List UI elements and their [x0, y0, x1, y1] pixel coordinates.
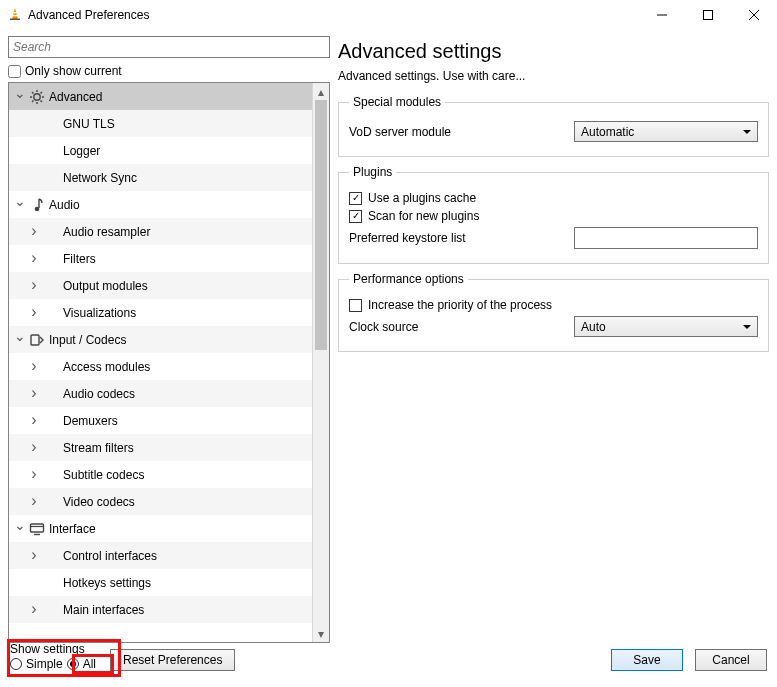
right-pane: Advanced settings Advanced settings. Use…: [338, 36, 769, 643]
preferred-keystore-label: Preferred keystore list: [349, 231, 574, 245]
chevron-down-icon[interactable]: [13, 199, 27, 211]
input-icon: [27, 332, 47, 348]
cancel-button[interactable]: Cancel: [695, 649, 767, 671]
tree-item-label: Demuxers: [63, 414, 118, 428]
clock-source-label: Clock source: [349, 320, 574, 334]
scroll-down-icon[interactable]: ▾: [313, 625, 329, 642]
svg-rect-3: [10, 18, 20, 20]
chevron-down-icon[interactable]: [13, 523, 27, 535]
svg-line-16: [32, 100, 34, 102]
page-title: Advanced settings: [338, 40, 769, 63]
chevron-down-icon[interactable]: [13, 334, 27, 346]
only-show-current-checkbox[interactable]: Only show current: [8, 64, 330, 78]
checkbox-icon: [349, 299, 362, 312]
vertical-scrollbar[interactable]: ▴ ▾: [312, 83, 329, 642]
tree-item-audio-codecs[interactable]: Audio codecs: [9, 380, 312, 407]
reset-preferences-label: Reset Preferences: [123, 653, 222, 667]
svg-rect-19: [31, 524, 44, 532]
vod-server-module-select[interactable]: Automatic: [574, 121, 758, 142]
tree-item-label: Filters: [63, 252, 96, 266]
tree-item-interface[interactable]: Interface: [9, 515, 312, 542]
tree-item-label: Visualizations: [63, 306, 136, 320]
only-show-current-input[interactable]: [8, 65, 21, 78]
tree-item-stream-filters[interactable]: Stream filters: [9, 434, 312, 461]
bottom-bar: Show settings Simple All Reset Preferenc…: [0, 643, 777, 681]
tree-item-advanced[interactable]: Advanced: [9, 83, 312, 110]
performance-options-legend: Performance options: [349, 272, 468, 286]
show-settings-simple-label: Simple: [26, 657, 63, 671]
chevron-right-icon[interactable]: [27, 604, 41, 616]
chevron-right-icon[interactable]: [27, 361, 41, 373]
titlebar: Advanced Preferences: [0, 0, 777, 30]
tree-item-subtitle-codecs[interactable]: Subtitle codecs: [9, 461, 312, 488]
reset-preferences-button[interactable]: Reset Preferences: [110, 649, 235, 671]
scan-new-plugins-label: Scan for new plugins: [368, 209, 479, 223]
checkbox-icon: ✓: [349, 210, 362, 223]
svg-marker-0: [12, 8, 18, 19]
tree-item-filters[interactable]: Filters: [9, 245, 312, 272]
window-controls: [639, 0, 777, 30]
clock-source-select[interactable]: Auto: [574, 316, 758, 337]
scroll-up-icon[interactable]: ▴: [313, 83, 329, 100]
chevron-right-icon[interactable]: [27, 388, 41, 400]
tree-item-label: Output modules: [63, 279, 148, 293]
tree-item-audio[interactable]: Audio: [9, 191, 312, 218]
tree-item-demuxers[interactable]: Demuxers: [9, 407, 312, 434]
use-plugins-cache-label: Use a plugins cache: [368, 191, 476, 205]
window-title: Advanced Preferences: [28, 8, 149, 22]
use-plugins-cache-checkbox[interactable]: ✓ Use a plugins cache: [349, 191, 758, 205]
page-subtitle: Advanced settings. Use with care...: [338, 69, 769, 83]
scan-new-plugins-checkbox[interactable]: ✓ Scan for new plugins: [349, 209, 758, 223]
save-label: Save: [633, 653, 660, 667]
tree-item-label: Hotkeys settings: [63, 576, 151, 590]
tree-item-gnu-tls[interactable]: GNU TLS: [9, 110, 312, 137]
chevron-right-icon[interactable]: [27, 280, 41, 292]
chevron-right-icon[interactable]: [27, 496, 41, 508]
show-settings-label: Show settings: [10, 642, 96, 656]
maximize-button[interactable]: [685, 0, 731, 30]
chevron-right-icon[interactable]: [27, 226, 41, 238]
tree-item-logger[interactable]: Logger: [9, 137, 312, 164]
tree-item-main-interfaces[interactable]: Main interfaces: [9, 596, 312, 623]
chevron-right-icon[interactable]: [27, 550, 41, 562]
tree-item-label: Audio: [49, 198, 80, 212]
tree-item-label: Main interfaces: [63, 603, 144, 617]
tree-item-label: Audio resampler: [63, 225, 150, 239]
chevron-right-icon[interactable]: [27, 253, 41, 265]
chevron-down-icon[interactable]: [13, 91, 27, 103]
svg-point-8: [34, 93, 40, 99]
scroll-thumb[interactable]: [315, 100, 327, 350]
preferred-keystore-input[interactable]: [574, 227, 758, 249]
tree-item-label: Logger: [63, 144, 100, 158]
tree-item-access-modules[interactable]: Access modules: [9, 353, 312, 380]
increase-priority-checkbox[interactable]: Increase the priority of the process: [349, 298, 758, 312]
only-show-current-label: Only show current: [25, 64, 122, 78]
chevron-right-icon[interactable]: [27, 469, 41, 481]
svg-rect-2: [13, 15, 18, 16]
tree-item-video-codecs[interactable]: Video codecs: [9, 488, 312, 515]
tree-item-input-codecs[interactable]: Input / Codecs: [9, 326, 312, 353]
audio-icon: [27, 197, 47, 213]
tree-item-visualizations[interactable]: Visualizations: [9, 299, 312, 326]
interface-icon: [27, 521, 47, 537]
save-button[interactable]: Save: [611, 649, 683, 671]
show-settings-simple-radio[interactable]: [10, 658, 22, 670]
svg-rect-5: [704, 11, 713, 20]
tree-item-label: Access modules: [63, 360, 150, 374]
tree-item-output-modules[interactable]: Output modules: [9, 272, 312, 299]
minimize-button[interactable]: [639, 0, 685, 30]
show-settings-all-radio[interactable]: [67, 658, 79, 670]
chevron-right-icon[interactable]: [27, 442, 41, 454]
search-input[interactable]: [8, 36, 330, 58]
chevron-right-icon[interactable]: [27, 307, 41, 319]
tree-item-control-interfaces[interactable]: Control interfaces: [9, 542, 312, 569]
vod-server-module-label: VoD server module: [349, 125, 574, 139]
tree-item-network-sync[interactable]: Network Sync: [9, 164, 312, 191]
tree-list[interactable]: AdvancedGNU TLSLoggerNetwork SyncAudioAu…: [9, 83, 312, 642]
tree-item-label: Network Sync: [63, 171, 137, 185]
tree-item-audio-resampler[interactable]: Audio resampler: [9, 218, 312, 245]
chevron-right-icon[interactable]: [27, 415, 41, 427]
close-button[interactable]: [731, 0, 777, 30]
tree-item-hotkeys-settings[interactable]: Hotkeys settings: [9, 569, 312, 596]
tree-item-label: Stream filters: [63, 441, 134, 455]
